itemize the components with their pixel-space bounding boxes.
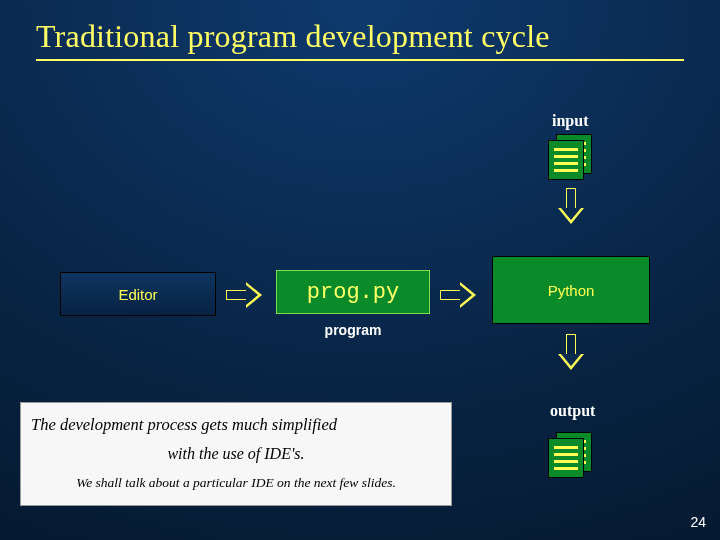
callout-line-3: We shall talk about a particular IDE on … — [31, 475, 441, 491]
input-label: input — [552, 112, 588, 130]
input-document-stack-icon — [548, 134, 594, 180]
arrow-down-icon — [558, 334, 584, 372]
slide-number: 24 — [690, 514, 706, 530]
arrow-right-icon — [226, 282, 266, 308]
output-document-stack-icon — [548, 432, 594, 478]
slide-title: Traditional program development cycle — [36, 18, 684, 61]
python-box-label: Python — [493, 274, 649, 307]
editor-box-label: Editor — [61, 278, 215, 311]
program-file-box: prog.py — [276, 270, 430, 314]
arrow-right-icon — [440, 282, 480, 308]
arrow-down-icon — [558, 188, 584, 226]
output-label: output — [550, 402, 595, 420]
program-caption: program — [276, 322, 430, 338]
callout-line-2: with the use of IDE's. — [31, 445, 441, 463]
python-box: Python — [492, 256, 650, 324]
program-file-label: prog.py — [277, 280, 429, 305]
editor-box: Editor — [60, 272, 216, 316]
ide-callout: The development process gets much simpli… — [20, 402, 452, 506]
callout-line-1: The development process gets much simpli… — [31, 415, 441, 435]
